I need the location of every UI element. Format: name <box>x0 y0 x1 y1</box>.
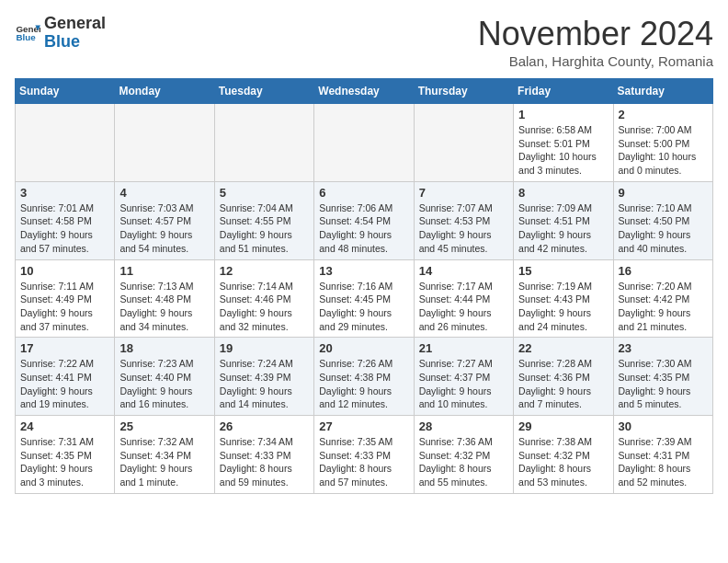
calendar-cell: 4Sunrise: 7:03 AM Sunset: 4:57 PM Daylig… <box>115 181 214 259</box>
calendar-cell: 11Sunrise: 7:13 AM Sunset: 4:48 PM Dayli… <box>115 259 214 338</box>
day-number: 2 <box>619 108 708 121</box>
day-info: Sunrise: 7:11 AM Sunset: 4:49 PM Dayligh… <box>20 280 109 334</box>
day-number: 29 <box>518 419 608 433</box>
calendar-cell <box>314 104 414 182</box>
calendar-cell: 16Sunrise: 7:20 AM Sunset: 4:42 PM Dayli… <box>613 259 712 338</box>
day-number: 5 <box>220 186 309 200</box>
weekday-header-wednesday: Wednesday <box>314 79 414 104</box>
calendar-cell: 13Sunrise: 7:16 AM Sunset: 4:45 PM Dayli… <box>314 259 414 338</box>
day-number: 19 <box>220 341 309 355</box>
calendar-cell: 27Sunrise: 7:35 AM Sunset: 4:33 PM Dayli… <box>314 416 414 494</box>
day-number: 4 <box>119 186 209 200</box>
day-number: 1 <box>518 108 608 121</box>
day-info: Sunrise: 7:07 AM Sunset: 4:53 PM Dayligh… <box>419 201 508 256</box>
day-number: 11 <box>119 264 209 278</box>
logo: General Blue GeneralBlue <box>15 15 106 52</box>
calendar-cell: 7Sunrise: 7:07 AM Sunset: 4:53 PM Daylig… <box>414 181 513 259</box>
day-info: Sunrise: 7:39 AM Sunset: 4:31 PM Dayligh… <box>619 435 708 489</box>
calendar-cell: 17Sunrise: 7:22 AM Sunset: 4:41 PM Dayli… <box>16 338 115 416</box>
weekday-header-friday: Friday <box>514 79 613 104</box>
calendar-cell: 6Sunrise: 7:06 AM Sunset: 4:54 PM Daylig… <box>314 181 414 259</box>
logo-text: GeneralBlue <box>44 15 106 52</box>
day-info: Sunrise: 7:28 AM Sunset: 4:36 PM Dayligh… <box>518 357 608 411</box>
day-number: 17 <box>20 341 109 355</box>
weekday-header-tuesday: Tuesday <box>214 79 313 104</box>
day-info: Sunrise: 7:35 AM Sunset: 4:33 PM Dayligh… <box>319 435 408 489</box>
day-number: 21 <box>419 341 508 355</box>
day-number: 9 <box>619 186 708 200</box>
day-number: 13 <box>319 264 408 278</box>
day-info: Sunrise: 7:20 AM Sunset: 4:42 PM Dayligh… <box>619 280 708 334</box>
calendar-cell: 8Sunrise: 7:09 AM Sunset: 4:51 PM Daylig… <box>514 181 613 259</box>
day-info: Sunrise: 7:06 AM Sunset: 4:54 PM Dayligh… <box>319 201 408 256</box>
day-info: Sunrise: 7:16 AM Sunset: 4:45 PM Dayligh… <box>319 280 408 334</box>
day-number: 30 <box>619 419 708 433</box>
day-number: 25 <box>119 419 209 433</box>
day-info: Sunrise: 7:30 AM Sunset: 4:35 PM Dayligh… <box>619 357 708 411</box>
day-number: 27 <box>319 419 408 433</box>
calendar-cell: 10Sunrise: 7:11 AM Sunset: 4:49 PM Dayli… <box>16 259 115 338</box>
calendar-cell: 9Sunrise: 7:10 AM Sunset: 4:50 PM Daylig… <box>613 181 712 259</box>
weekday-header-monday: Monday <box>115 79 214 104</box>
calendar-cell: 29Sunrise: 7:38 AM Sunset: 4:32 PM Dayli… <box>514 416 613 494</box>
day-number: 12 <box>220 264 309 278</box>
calendar-body: 1Sunrise: 6:58 AM Sunset: 5:01 PM Daylig… <box>16 104 713 494</box>
day-info: Sunrise: 6:58 AM Sunset: 5:01 PM Dayligh… <box>518 123 608 178</box>
day-info: Sunrise: 7:26 AM Sunset: 4:38 PM Dayligh… <box>319 357 408 411</box>
day-number: 22 <box>518 341 608 355</box>
day-info: Sunrise: 7:09 AM Sunset: 4:51 PM Dayligh… <box>518 201 608 256</box>
month-title: November 2024 <box>478 15 713 53</box>
day-number: 14 <box>419 264 508 278</box>
day-info: Sunrise: 7:36 AM Sunset: 4:32 PM Dayligh… <box>419 435 508 489</box>
day-number: 7 <box>419 186 508 200</box>
calendar-cell: 2Sunrise: 7:00 AM Sunset: 5:00 PM Daylig… <box>613 104 712 182</box>
svg-text:Blue: Blue <box>16 32 36 42</box>
day-info: Sunrise: 7:31 AM Sunset: 4:35 PM Dayligh… <box>20 435 109 489</box>
day-info: Sunrise: 7:03 AM Sunset: 4:57 PM Dayligh… <box>119 201 209 256</box>
calendar-week-1: 1Sunrise: 6:58 AM Sunset: 5:01 PM Daylig… <box>16 104 713 182</box>
location-subtitle: Balan, Harghita County, Romania <box>478 53 713 69</box>
day-info: Sunrise: 7:13 AM Sunset: 4:48 PM Dayligh… <box>119 280 209 334</box>
calendar-cell: 5Sunrise: 7:04 AM Sunset: 4:55 PM Daylig… <box>214 181 313 259</box>
calendar-cell: 3Sunrise: 7:01 AM Sunset: 4:58 PM Daylig… <box>16 181 115 259</box>
calendar-cell <box>214 104 313 182</box>
calendar-cell <box>115 104 214 182</box>
calendar-cell: 23Sunrise: 7:30 AM Sunset: 4:35 PM Dayli… <box>613 338 712 416</box>
calendar-week-5: 24Sunrise: 7:31 AM Sunset: 4:35 PM Dayli… <box>16 416 713 494</box>
calendar-table: SundayMondayTuesdayWednesdayThursdayFrid… <box>15 78 713 494</box>
day-info: Sunrise: 7:04 AM Sunset: 4:55 PM Dayligh… <box>220 201 309 256</box>
calendar-cell: 20Sunrise: 7:26 AM Sunset: 4:38 PM Dayli… <box>314 338 414 416</box>
calendar-cell: 26Sunrise: 7:34 AM Sunset: 4:33 PM Dayli… <box>214 416 313 494</box>
calendar-cell: 22Sunrise: 7:28 AM Sunset: 4:36 PM Dayli… <box>514 338 613 416</box>
day-info: Sunrise: 7:32 AM Sunset: 4:34 PM Dayligh… <box>119 435 209 489</box>
calendar-cell: 25Sunrise: 7:32 AM Sunset: 4:34 PM Dayli… <box>115 416 214 494</box>
weekday-header-sunday: Sunday <box>16 79 115 104</box>
day-info: Sunrise: 7:22 AM Sunset: 4:41 PM Dayligh… <box>20 357 109 411</box>
calendar-cell: 14Sunrise: 7:17 AM Sunset: 4:44 PM Dayli… <box>414 259 513 338</box>
calendar-cell <box>414 104 513 182</box>
weekday-header-row: SundayMondayTuesdayWednesdayThursdayFrid… <box>16 79 713 104</box>
day-info: Sunrise: 7:10 AM Sunset: 4:50 PM Dayligh… <box>619 201 708 256</box>
logo-icon: General Blue <box>15 20 40 46</box>
day-number: 24 <box>20 419 109 433</box>
weekday-header-saturday: Saturday <box>613 79 712 104</box>
day-info: Sunrise: 7:24 AM Sunset: 4:39 PM Dayligh… <box>220 357 309 411</box>
calendar-cell: 30Sunrise: 7:39 AM Sunset: 4:31 PM Dayli… <box>613 416 712 494</box>
day-number: 16 <box>619 264 708 278</box>
calendar-cell: 18Sunrise: 7:23 AM Sunset: 4:40 PM Dayli… <box>115 338 214 416</box>
day-number: 23 <box>619 341 708 355</box>
day-number: 20 <box>319 341 408 355</box>
calendar-week-4: 17Sunrise: 7:22 AM Sunset: 4:41 PM Dayli… <box>16 338 713 416</box>
page-header: General Blue GeneralBlue November 2024 B… <box>15 15 713 69</box>
day-info: Sunrise: 7:27 AM Sunset: 4:37 PM Dayligh… <box>419 357 508 411</box>
day-info: Sunrise: 7:14 AM Sunset: 4:46 PM Dayligh… <box>220 280 309 334</box>
day-number: 3 <box>20 186 109 200</box>
day-number: 26 <box>220 419 309 433</box>
day-info: Sunrise: 7:34 AM Sunset: 4:33 PM Dayligh… <box>220 435 309 489</box>
day-number: 8 <box>518 186 608 200</box>
calendar-cell: 12Sunrise: 7:14 AM Sunset: 4:46 PM Dayli… <box>214 259 313 338</box>
day-info: Sunrise: 7:00 AM Sunset: 5:00 PM Dayligh… <box>619 123 708 178</box>
weekday-header-thursday: Thursday <box>414 79 513 104</box>
day-info: Sunrise: 7:19 AM Sunset: 4:43 PM Dayligh… <box>518 280 608 334</box>
day-info: Sunrise: 7:23 AM Sunset: 4:40 PM Dayligh… <box>119 357 209 411</box>
